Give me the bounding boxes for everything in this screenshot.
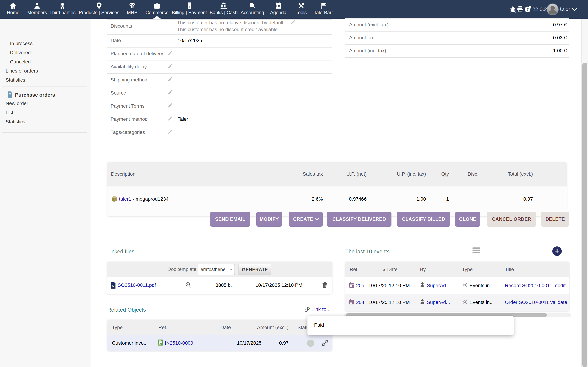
- events-menu-icon[interactable]: [473, 247, 480, 254]
- edit-availability-pencil-icon[interactable]: [168, 63, 173, 70]
- doc-template-select[interactable]: eratosthene ▾: [198, 264, 235, 275]
- status-tooltip: Paid: [307, 316, 514, 335]
- col-date: Date: [387, 267, 398, 272]
- sidebar-item-purchase-statistics[interactable]: Statistics: [6, 119, 25, 125]
- bank-icon: [220, 2, 227, 9]
- col-qty[interactable]: Qty: [431, 171, 449, 177]
- linked-file-size: 8805 b.: [197, 283, 232, 288]
- col-title[interactable]: Title: [505, 267, 514, 272]
- link-to-action[interactable]: Link to...: [304, 306, 331, 312]
- order-details-table: Discounts This customer has no relative …: [107, 19, 332, 140]
- sidebar-item-delivered[interactable]: Delivered: [10, 50, 31, 55]
- col-description[interactable]: Description: [111, 171, 135, 177]
- classify-delivered-button[interactable]: CLASSIFY DELIVERED: [327, 212, 391, 227]
- cancel-order-button[interactable]: CANCEL ORDER: [487, 212, 536, 227]
- nav-agenda[interactable]: Agenda: [270, 0, 286, 19]
- nav-mrp[interactable]: MRP: [127, 0, 137, 19]
- events-date-header[interactable]: ▲ Date: [382, 267, 398, 272]
- nav-label: MRP: [127, 10, 137, 15]
- nav-billing-payment[interactable]: $ Billing | Payment: [172, 0, 207, 19]
- send-email-button[interactable]: SEND EMAIL: [210, 212, 250, 227]
- nav-commerce-active[interactable]: Commerce: [146, 0, 169, 19]
- create-button[interactable]: CREATE: [289, 212, 323, 227]
- sidebar-item-in-process[interactable]: In process: [10, 41, 33, 46]
- home-icon: [9, 2, 17, 9]
- vertical-scrollbar-thumb[interactable]: [582, 63, 587, 367]
- sidebar-item-new-order[interactable]: New order: [6, 101, 28, 106]
- nav-home[interactable]: Home: [7, 0, 19, 19]
- related-objects-card: Type Ref. Date Amount (excl.) Status Cus…: [107, 320, 332, 351]
- help-icon[interactable]: ?: [524, 6, 532, 14]
- linked-file-row: A SO2510-0011.pdf 8805 b. 10/17/2025 12:…: [107, 277, 332, 294]
- user-menu-chevron-icon[interactable]: [572, 6, 577, 11]
- edit-payment-terms-pencil-icon[interactable]: [168, 103, 173, 109]
- modify-button[interactable]: MODIFY: [256, 212, 282, 227]
- clone-button[interactable]: CLONE: [455, 212, 480, 227]
- user-name[interactable]: taler: [560, 6, 570, 12]
- event-ref-link[interactable]: 204: [356, 300, 364, 305]
- sidebar-heading-purchase-orders: Purchase orders: [15, 92, 55, 98]
- nav-banks-cash[interactable]: Banks | Cash: [210, 0, 238, 19]
- edit-planned-delivery-pencil-icon[interactable]: [168, 50, 173, 57]
- sidebar-item-list[interactable]: List: [6, 110, 13, 116]
- classify-billed-button[interactable]: CLASSIFY BILLED: [397, 212, 450, 227]
- linked-files-card: Doc template eratosthene ▾ GENERATE A SO…: [107, 262, 332, 294]
- col-amount[interactable]: Amount (excl.): [254, 325, 289, 330]
- event-ref-link[interactable]: 205: [356, 283, 364, 288]
- avatar[interactable]: [547, 3, 559, 15]
- generate-button[interactable]: GENERATE: [239, 264, 271, 275]
- events-header-row: Ref. ▲ Date By Type Title: [345, 262, 569, 277]
- event-by-link[interactable]: SuperAd...: [427, 283, 450, 288]
- nav-members[interactable]: Members: [27, 0, 47, 19]
- col-type[interactable]: Type: [462, 267, 473, 272]
- events-heading: The last 10 events: [345, 249, 389, 255]
- event-date: 10/17/25 12:10 PM: [368, 300, 410, 305]
- sidebar-item-lines-of-orders[interactable]: Lines of orders: [6, 68, 38, 74]
- edit-source-pencil-icon[interactable]: [168, 90, 173, 96]
- related-objects-heading: Related Objects: [107, 307, 146, 313]
- edit-tags-pencil-icon[interactable]: [168, 129, 173, 135]
- vertical-scrollbar-track[interactable]: [581, 19, 588, 367]
- print-icon[interactable]: [517, 6, 524, 14]
- col-total[interactable]: Total (excl.): [498, 171, 533, 177]
- event-title-link[interactable]: Record SO2510-0011 modifi: [505, 283, 567, 288]
- col-type[interactable]: Type: [112, 325, 123, 330]
- nav-products-services[interactable]: Products | Services: [79, 0, 119, 19]
- delete-file-trash-icon[interactable]: [322, 282, 328, 288]
- product-link[interactable]: taler1: [119, 196, 131, 202]
- nav-accounting[interactable]: $ Accounting: [241, 0, 264, 19]
- event-title-link[interactable]: Order SO2510-0011 validate: [505, 300, 567, 305]
- sidebar-item-canceled[interactable]: Canceled: [10, 59, 31, 65]
- edit-shipping-pencil-icon[interactable]: [168, 76, 173, 83]
- sidebar-item-statistics[interactable]: Statistics: [6, 77, 25, 83]
- linked-file-name[interactable]: SO2510-0011.pdf: [118, 283, 156, 288]
- edit-payment-method-pencil-icon[interactable]: [168, 116, 173, 122]
- edit-discount-pencil-icon[interactable]: [290, 20, 295, 26]
- col-ref[interactable]: Ref.: [158, 325, 167, 330]
- date-label: Date: [111, 38, 121, 43]
- col-by[interactable]: By: [420, 267, 426, 272]
- col-date[interactable]: Date: [221, 325, 231, 330]
- col-sales-tax[interactable]: Sales tax: [288, 171, 323, 177]
- unlink-icon[interactable]: [322, 340, 328, 346]
- col-up-net[interactable]: U.P. (net): [332, 171, 367, 177]
- related-ref-link[interactable]: IN2510-0009: [165, 340, 193, 346]
- delete-button[interactable]: DELETE: [541, 212, 569, 227]
- col-up-inc[interactable]: U.P. (inc. tax): [382, 171, 426, 177]
- col-disc[interactable]: Disc.: [467, 171, 478, 177]
- preview-magnifier-icon[interactable]: [185, 282, 191, 288]
- col-ref[interactable]: Ref.: [350, 267, 359, 272]
- nav-talerbarr[interactable]: TalerBarr: [314, 0, 333, 19]
- event-gear-icon: [462, 299, 467, 305]
- bug-icon[interactable]: [509, 6, 517, 14]
- nav-tools[interactable]: Tools: [295, 0, 307, 19]
- event-row: 205 10/17/25 12:10 PM SuperAd... Events …: [345, 277, 569, 294]
- source-label: Source: [111, 90, 126, 96]
- add-event-button[interactable]: +: [552, 246, 562, 256]
- nav-label: Billing | Payment: [172, 10, 207, 15]
- nav-third-parties[interactable]: Third parties: [49, 0, 76, 19]
- sidebar-divider: [2, 132, 87, 133]
- doc-template-value: eratosthene: [200, 267, 225, 272]
- event-by-link[interactable]: SuperAd...: [427, 300, 450, 305]
- svg-text:$: $: [159, 343, 160, 345]
